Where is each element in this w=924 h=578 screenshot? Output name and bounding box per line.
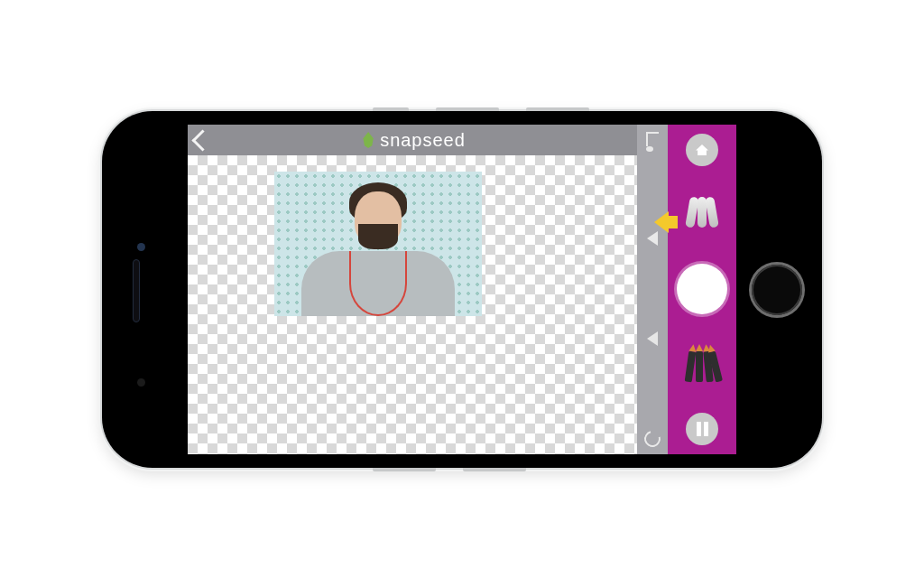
hardware-home-button[interactable] <box>752 265 802 315</box>
canvas-area[interactable] <box>188 155 637 454</box>
loop-icon[interactable] <box>642 428 664 451</box>
secondary-tool-strip <box>637 125 668 454</box>
primary-dock <box>668 125 736 454</box>
title-bar: snapseed <box>188 125 637 155</box>
music-icon[interactable] <box>646 132 659 146</box>
active-tool-pointer-icon <box>654 211 669 233</box>
transparency-canvas[interactable] <box>188 155 637 454</box>
pause-button[interactable] <box>686 413 718 445</box>
phone-frame: snapseed <box>102 111 822 468</box>
snapseed-app: snapseed <box>188 125 637 454</box>
nav-prev-icon[interactable] <box>647 231 658 246</box>
nav-next-icon[interactable] <box>647 331 658 346</box>
earpiece-speaker <box>133 259 140 322</box>
device-screen: snapseed <box>188 125 736 454</box>
home-button[interactable] <box>686 134 718 166</box>
pencils-tool[interactable] <box>683 344 721 382</box>
edited-photo[interactable] <box>274 172 482 316</box>
snapseed-logo-icon <box>362 132 374 148</box>
proximity-sensor <box>137 243 145 251</box>
brush-tool[interactable] <box>684 197 720 233</box>
app-title: snapseed <box>380 130 466 151</box>
shutter-button[interactable] <box>677 264 727 314</box>
front-camera <box>137 378 145 387</box>
photo-subject <box>274 172 482 316</box>
app-brand: snapseed <box>198 130 630 151</box>
